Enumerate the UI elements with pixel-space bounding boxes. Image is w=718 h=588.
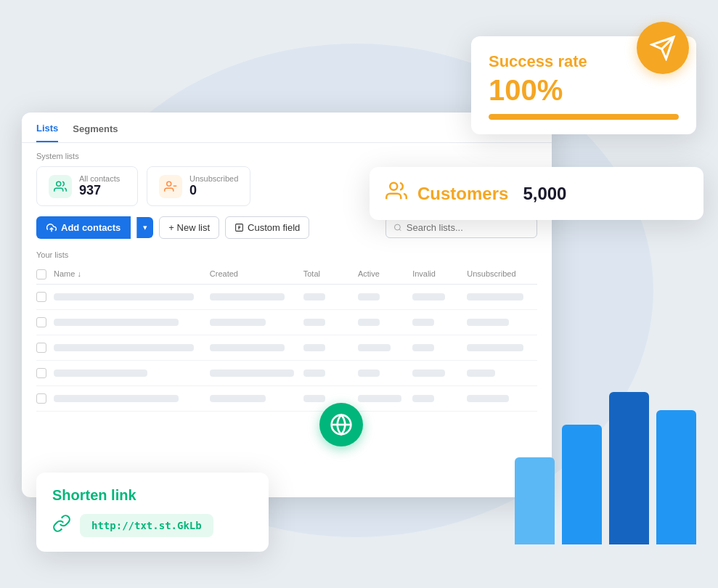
row-invalid-skeleton	[412, 293, 445, 301]
all-contacts-card[interactable]: All contacts 937	[36, 166, 138, 206]
custom-field-label: Custom field	[248, 222, 300, 233]
link-row: http://txt.st.GkLb	[52, 514, 253, 537]
row-created-skeleton	[210, 344, 285, 351]
col-active: Active	[358, 269, 412, 279]
row-checkbox[interactable]	[36, 393, 46, 404]
bar-2	[562, 425, 602, 544]
row-unsubscribed-skeleton	[467, 369, 495, 377]
system-lists-label: System lists	[22, 143, 552, 166]
tab-segments[interactable]: Segments	[73, 123, 118, 142]
bar-1	[515, 457, 555, 544]
tab-lists[interactable]: Lists	[36, 123, 58, 142]
bar-4	[656, 410, 696, 544]
svg-point-0	[57, 181, 61, 186]
row-total-skeleton	[303, 293, 325, 301]
unsubscribed-card[interactable]: Unsubscribed 0	[147, 166, 250, 206]
row-name-skeleton	[54, 293, 194, 301]
lists-table: Name ↓ Created Total Active Invalid Unsu…	[22, 265, 552, 412]
row-name-skeleton	[54, 319, 179, 326]
success-progress-fill	[489, 114, 679, 120]
svg-point-1	[167, 181, 171, 186]
all-contacts-icon	[49, 175, 72, 198]
row-total-skeleton	[303, 344, 325, 351]
custom-field-icon	[234, 223, 244, 232]
your-lists-label: Your lists	[22, 249, 552, 265]
globe-icon-circle	[319, 403, 363, 446]
row-total-skeleton	[303, 395, 325, 402]
new-list-button[interactable]: + New list	[159, 216, 219, 239]
table-row	[36, 361, 537, 386]
customers-icon	[385, 180, 407, 207]
row-name-skeleton	[54, 344, 194, 351]
table-row	[36, 310, 537, 335]
row-active-skeleton	[358, 319, 380, 326]
all-contacts-value: 937	[79, 183, 120, 198]
col-name: Name ↓	[54, 269, 210, 279]
svg-point-8	[394, 224, 400, 230]
svg-point-12	[390, 183, 397, 190]
row-checkbox[interactable]	[36, 292, 46, 302]
row-name-skeleton	[54, 369, 147, 377]
upload-icon	[46, 223, 57, 233]
row-total-skeleton	[303, 369, 325, 377]
add-contacts-dropdown[interactable]: ▾	[136, 217, 153, 238]
row-checkbox[interactable]	[36, 343, 46, 353]
row-checkbox[interactable]	[36, 368, 46, 378]
row-created-skeleton	[210, 395, 266, 402]
add-contacts-label: Add contacts	[61, 222, 121, 233]
table-row	[36, 386, 537, 412]
row-unsubscribed-skeleton	[467, 293, 523, 301]
scene: Lists Segments System lists All contacts…	[0, 0, 718, 588]
send-icon	[650, 35, 676, 61]
row-created-skeleton	[210, 369, 294, 377]
unsubscribed-value: 0	[189, 183, 238, 198]
row-active-skeleton	[358, 369, 380, 377]
table-row	[36, 335, 537, 361]
customers-label: Customers	[417, 184, 508, 204]
row-active-skeleton	[358, 344, 391, 351]
success-progress-bar	[489, 114, 679, 120]
row-checkbox[interactable]	[36, 317, 46, 327]
toolbar: Add contacts ▾ + New list Custom field	[22, 216, 552, 249]
unsubscribed-label: Unsubscribed	[189, 174, 238, 183]
row-invalid-skeleton	[412, 369, 445, 377]
col-total: Total	[303, 269, 358, 279]
row-unsubscribed-skeleton	[467, 344, 523, 351]
add-contacts-button[interactable]: Add contacts	[36, 216, 131, 239]
bar-3	[609, 392, 649, 544]
search-input[interactable]	[407, 222, 529, 233]
all-contacts-label: All contacts	[79, 174, 120, 183]
row-name-skeleton	[54, 395, 179, 402]
svg-line-9	[399, 229, 401, 231]
row-created-skeleton	[210, 293, 285, 301]
globe-icon	[330, 413, 353, 436]
row-active-skeleton	[358, 293, 380, 301]
select-all-checkbox[interactable]	[36, 269, 46, 279]
row-invalid-skeleton	[412, 395, 434, 402]
row-invalid-skeleton	[412, 319, 434, 326]
search-icon	[393, 223, 402, 232]
send-icon-circle	[637, 22, 689, 74]
col-created: Created	[210, 269, 303, 279]
row-total-skeleton	[303, 319, 325, 326]
row-invalid-skeleton	[412, 344, 434, 351]
unsubscribed-icon	[159, 175, 182, 198]
link-icon	[52, 514, 71, 537]
col-invalid: Invalid	[412, 269, 467, 279]
custom-field-button[interactable]: Custom field	[225, 216, 309, 239]
row-active-skeleton	[358, 395, 401, 402]
customers-card: Customers 5,000	[370, 167, 703, 220]
table-header: Name ↓ Created Total Active Invalid Unsu…	[36, 265, 537, 285]
col-unsubscribed: Unsubscribed	[467, 269, 537, 279]
row-unsubscribed-skeleton	[467, 395, 509, 402]
link-url: http://txt.st.GkLb	[80, 514, 213, 537]
row-created-skeleton	[210, 319, 266, 326]
row-unsubscribed-skeleton	[467, 319, 509, 326]
customers-value: 5,000	[523, 184, 566, 204]
shorten-link-card: Shorten link http://txt.st.GkLb	[36, 473, 269, 552]
shorten-link-title: Shorten link	[52, 487, 253, 504]
bar-chart	[515, 392, 696, 544]
table-row	[36, 285, 537, 310]
new-list-label: + New list	[168, 222, 210, 233]
search-wrapper[interactable]	[385, 217, 537, 238]
